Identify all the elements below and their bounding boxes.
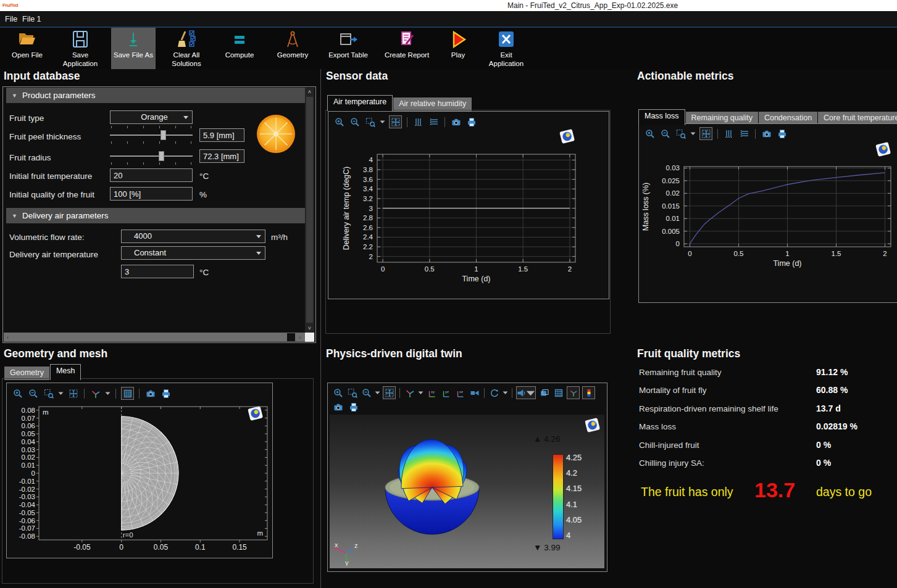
colorbar-tick-label: 4.1	[566, 500, 577, 509]
zoom-box-caret-icon[interactable]	[380, 120, 385, 124]
radius-slider-handle[interactable]	[159, 151, 164, 161]
zoom-box-icon[interactable]	[361, 387, 372, 399]
scroll-down-arrow[interactable]: ˅	[305, 324, 314, 333]
vertical-scrollbar-thumb[interactable]	[306, 97, 313, 323]
sensor-data-title: Sensor data	[326, 70, 388, 83]
initial-temp-input[interactable]	[110, 168, 193, 182]
delivery-air-parameters-header[interactable]: ▼Delivery air parameters	[6, 208, 305, 223]
print-icon[interactable]	[348, 401, 359, 413]
y-axis-scale-icon[interactable]	[723, 128, 735, 139]
peel-thickness-slider[interactable]	[110, 130, 193, 140]
view-xz-icon[interactable]	[454, 387, 466, 399]
svg-text:-0.02: -0.02	[19, 486, 35, 493]
menu-item-file1[interactable]: File 1	[19, 14, 45, 25]
air-temp-value-input[interactable]	[121, 265, 194, 278]
zoom-box-caret-icon[interactable]	[690, 131, 696, 136]
export-table-button[interactable]: Export Table	[323, 28, 373, 69]
save-file-as-button[interactable]: Save File As	[111, 28, 156, 69]
exit-application-button[interactable]: Exit Application	[484, 28, 528, 69]
axis-orientation-caret-icon[interactable]	[105, 391, 111, 395]
svg-text:-0.01: -0.01	[19, 478, 35, 485]
snapshot-camera-icon[interactable]	[332, 401, 344, 413]
rotate-view-icon[interactable]	[488, 387, 500, 399]
fruit-radius-value[interactable]	[199, 149, 244, 163]
snapshot-camera-icon[interactable]	[144, 387, 156, 399]
zoom-box-caret-icon[interactable]	[58, 391, 64, 395]
scroll-right-arrow[interactable]: ›	[296, 333, 304, 342]
zoom-box-icon[interactable]	[43, 387, 54, 399]
zoom-out-icon[interactable]	[27, 387, 39, 399]
axis-orientation-icon[interactable]	[404, 387, 415, 399]
scroll-left-arrow[interactable]: ‹	[4, 333, 12, 342]
zoom-box-caret-icon[interactable]	[375, 391, 380, 395]
view-yz-icon[interactable]	[440, 387, 452, 399]
flow-rate-dropdown[interactable]: 4000	[121, 230, 265, 243]
vertical-scrollbar[interactable]: ˄ ˅	[305, 88, 314, 333]
peel-thickness-value[interactable]	[199, 128, 244, 142]
fruit-radius-slider[interactable]	[110, 151, 193, 161]
axis-orientation-icon[interactable]	[90, 387, 101, 399]
scene-light-icon[interactable]	[516, 386, 536, 399]
peel-slider-handle[interactable]	[161, 130, 166, 140]
sensor-tabs: Air temperature Air relative humidity	[327, 95, 472, 111]
horizontal-scrollbar-thumb[interactable]	[287, 333, 295, 341]
rotate-caret-icon[interactable]	[503, 391, 508, 395]
svg-text:2: 2	[883, 250, 887, 257]
scroll-up-arrow[interactable]: ˄	[305, 88, 314, 96]
zoom-in-icon[interactable]	[12, 387, 23, 399]
air-temp-mode-dropdown[interactable]: Constant	[121, 246, 265, 260]
svg-text:2.2: 2.2	[363, 243, 373, 251]
svg-text:0.07: 0.07	[22, 415, 35, 422]
print-icon[interactable]	[776, 128, 788, 139]
metric-value: 91.12 %	[816, 367, 848, 377]
zoom-out-icon[interactable]	[346, 387, 358, 399]
svg-text:3.4: 3.4	[363, 185, 373, 193]
fruit-radius-label: Fruit radius	[9, 153, 51, 162]
report-pen-icon	[398, 30, 416, 49]
product-parameters-header[interactable]: ▼Product parameters	[6, 88, 305, 103]
fruit-type-dropdown[interactable]: Orange	[110, 110, 193, 124]
show-grid-icon[interactable]	[553, 387, 564, 399]
sensor-chart: 00.511.5222.22.42.62.833.23.43.63.84Time…	[328, 126, 607, 297]
play-button[interactable]: Play	[441, 28, 475, 69]
geometry-button[interactable]: Geometry	[270, 28, 315, 69]
zoom-extents-icon[interactable]	[383, 386, 396, 399]
snapshot-camera-icon[interactable]	[761, 128, 772, 139]
clear-all-solutions-button[interactable]: Clear All Solutions	[164, 28, 209, 69]
colorbar-tick-label: 4	[566, 531, 570, 540]
save-application-button[interactable]: Save Application	[58, 28, 102, 69]
zoom-out-icon[interactable]	[659, 128, 671, 139]
zoom-in-icon[interactable]	[644, 128, 656, 139]
zoom-box-icon[interactable]	[675, 128, 686, 139]
x-axis-scale-icon[interactable]	[738, 128, 750, 139]
svg-text:-0.06: -0.06	[19, 517, 35, 524]
digital-twin-scene[interactable]: ▲ 4.26 4.254.24.154.14.054 ▼ 3.99 x y z	[330, 415, 604, 568]
colorbar-tick-label: 4.15	[566, 484, 582, 493]
initial-quality-input[interactable]	[110, 187, 193, 201]
zoom-extents-icon[interactable]	[699, 127, 712, 140]
print-icon[interactable]	[160, 387, 172, 399]
show-color-legend-icon[interactable]	[582, 386, 595, 399]
tab-air-relative-humidity[interactable]: Air relative humidity	[393, 97, 472, 111]
play-triangle-icon	[449, 30, 467, 49]
axis-orientation-caret-icon[interactable]	[418, 391, 423, 395]
environment-scenes-icon[interactable]	[538, 387, 550, 399]
view-xy-icon[interactable]	[426, 387, 438, 399]
geometry-mesh-title: Geometry and mesh	[4, 347, 107, 360]
show-grid-icon[interactable]	[121, 387, 134, 400]
zoom-in-icon[interactable]	[332, 387, 344, 399]
show-axis-orientation-icon[interactable]	[567, 386, 580, 399]
collapse-triangle-icon: ▼	[12, 209, 17, 224]
tab-mass-loss[interactable]: Mass loss	[638, 109, 685, 125]
perspective-view-icon[interactable]	[469, 387, 480, 399]
tab-mesh[interactable]: Mesh	[50, 364, 81, 380]
compute-button[interactable]: Compute	[217, 28, 262, 69]
horizontal-scrollbar[interactable]: ‹ ›	[4, 333, 305, 342]
svg-text:4: 4	[369, 156, 373, 164]
tab-air-temperature[interactable]: Air temperature	[327, 95, 393, 111]
create-report-button[interactable]: Create Report	[382, 28, 432, 69]
zoom-extents-icon[interactable]	[67, 387, 79, 399]
open-file-button[interactable]: Open File	[5, 28, 49, 69]
input-database-panel: ▼Product parameters Fruit type Orange Fr…	[2, 86, 316, 343]
scrollbar-corner	[305, 333, 314, 342]
